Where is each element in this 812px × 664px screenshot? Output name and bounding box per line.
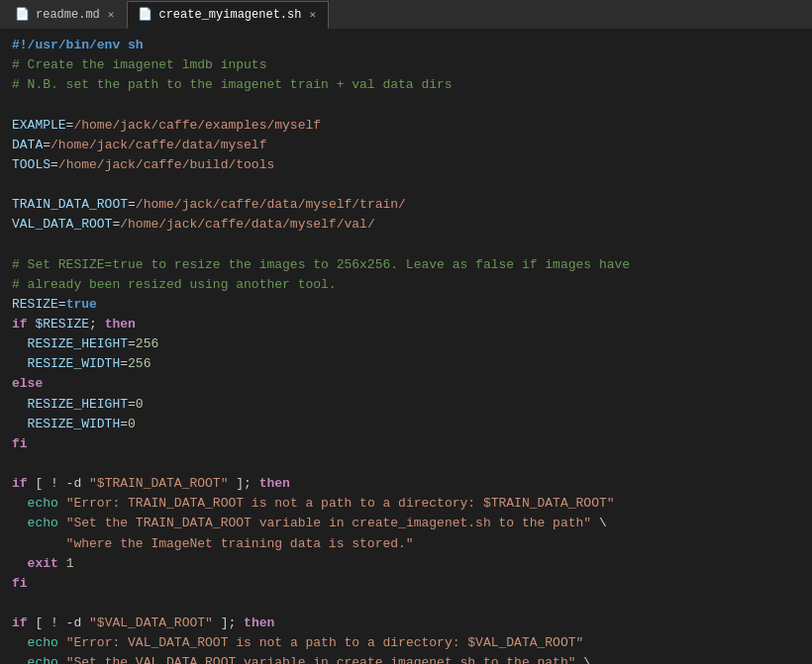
tab-create-icon: 📄 (138, 7, 152, 22)
tab-create-close[interactable]: ✕ (307, 7, 318, 22)
line-2: # Create the imagenet lmdb inputs (12, 55, 800, 75)
line-8 (12, 175, 800, 195)
line-26: "where the ImageNet training data is sto… (12, 534, 800, 554)
line-23: if [ ! -d "$TRAIN_DATA_ROOT" ]; then (12, 474, 800, 494)
line-25: echo "Set the TRAIN_DATA_ROOT variable i… (12, 514, 800, 533)
line-14: RESIZE=true (12, 295, 800, 315)
line-24: echo "Error: TRAIN_DATA_ROOT is not a pa… (12, 494, 800, 514)
tab-readme-close[interactable]: ✕ (106, 7, 117, 22)
line-32: echo "Set the VAL_DATA_ROOT variable in … (12, 653, 800, 664)
editor-area: #!/usr/bin/env sh # Create the imagenet … (0, 30, 812, 664)
tab-create-label: create_myimagenet.sh (158, 8, 301, 22)
line-5: EXAMPLE=/home/jack/caffe/examples/myself (12, 116, 800, 136)
line-4 (12, 95, 800, 115)
tab-readme[interactable]: 📄 readme.md ✕ (4, 1, 127, 29)
line-21: fi (12, 434, 800, 454)
line-18: else (12, 374, 800, 394)
line-19: RESIZE_HEIGHT=0 (12, 395, 800, 415)
line-17: RESIZE_WIDTH=256 (12, 354, 800, 374)
line-10: VAL_DATA_ROOT=/home/jack/caffe/data/myse… (12, 215, 800, 235)
line-29 (12, 594, 800, 614)
tab-create[interactable]: 📄 create_myimagenet.sh ✕ (127, 1, 329, 29)
line-1: #!/usr/bin/env sh (12, 36, 800, 55)
line-27: exit 1 (12, 554, 800, 574)
tab-readme-label: readme.md (36, 8, 100, 22)
tab-bar: 📄 readme.md ✕ 📄 create_myimagenet.sh ✕ (0, 0, 812, 30)
line-28: fi (12, 574, 800, 594)
line-3: # N.B. set the path to the imagenet trai… (12, 75, 800, 95)
line-31: echo "Error: VAL_DATA_ROOT is not a path… (12, 633, 800, 653)
tab-readme-icon: 📄 (15, 7, 30, 22)
line-9: TRAIN_DATA_ROOT=/home/jack/caffe/data/my… (12, 195, 800, 215)
line-20: RESIZE_WIDTH=0 (12, 415, 800, 434)
line-22 (12, 454, 800, 474)
line-7: TOOLS=/home/jack/caffe/build/tools (12, 155, 800, 175)
line-30: if [ ! -d "$VAL_DATA_ROOT" ]; then (12, 614, 800, 633)
line-13: # already been resized using another too… (12, 275, 800, 295)
line-6: DATA=/home/jack/caffe/data/myself (12, 136, 800, 155)
line-15: if $RESIZE; then (12, 315, 800, 334)
line-12: # Set RESIZE=true to resize the images t… (12, 255, 800, 275)
line-16: RESIZE_HEIGHT=256 (12, 334, 800, 354)
line-11 (12, 235, 800, 254)
